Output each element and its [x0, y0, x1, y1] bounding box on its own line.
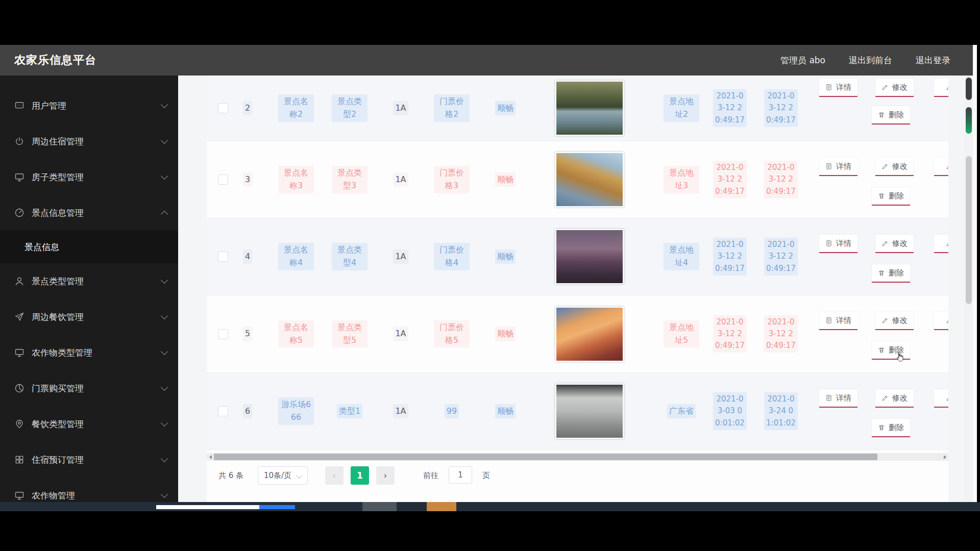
logout-link[interactable]: 退出登录	[916, 55, 950, 66]
extra-action-button[interactable]	[934, 235, 948, 253]
power-icon	[13, 135, 26, 147]
updated-time: 2021-03-12 20:49:17	[764, 161, 798, 198]
edit-button[interactable]: 修改	[875, 312, 914, 330]
sidebar-item-dining-types[interactable]: 餐饮类型管理	[0, 406, 178, 442]
screen: 农家乐信息平台 管理员 abo 退出到前台 退出登录 用户管理 周边住宿管理 房…	[0, 0, 980, 551]
extra-action-button[interactable]	[934, 79, 948, 97]
delete-button[interactable]: 删除	[872, 419, 910, 437]
extra-action-button[interactable]	[934, 389, 948, 408]
scroll-left-arrow-icon[interactable]	[207, 453, 214, 461]
document-icon	[825, 163, 832, 170]
header-actions: 管理员 abo 退出到前台 退出登录	[780, 45, 950, 76]
ticket-price: 门票价格5	[434, 320, 470, 348]
progress-marker-gray	[362, 502, 397, 511]
sidebar-item-label: 景点信息管理	[32, 207, 84, 219]
total-count-label: 共 6 条	[218, 466, 243, 485]
scenic-address: 广东省	[667, 404, 696, 419]
row-checkbox[interactable]	[218, 406, 228, 416]
row-id: 6	[243, 404, 252, 419]
delete-button[interactable]: 删除	[872, 187, 910, 206]
current-page-button[interactable]: 1	[351, 466, 369, 485]
edit-button[interactable]: 修改	[875, 389, 914, 408]
extra-action-button[interactable]	[934, 312, 948, 330]
chevron-down-icon	[296, 472, 302, 478]
screen-right-letterbox	[977, 0, 980, 551]
scenic-address: 景点地址3	[664, 166, 699, 193]
vertical-scrollbar-thumb[interactable]	[966, 78, 972, 100]
sidebar-item-dining[interactable]: 周边餐饮管理	[0, 299, 178, 335]
sidebar-item-label: 农作物管理	[32, 490, 75, 502]
row-checkbox[interactable]	[218, 174, 228, 185]
page-size-value: 10条/页	[264, 471, 291, 481]
sidebar-subitem-label: 景点信息	[24, 241, 59, 253]
detail-button[interactable]: 详情	[819, 235, 857, 253]
sidebar-item-scenic-types[interactable]: 景点类型管理	[0, 263, 178, 299]
delete-button[interactable]: 删除	[872, 341, 910, 360]
edit-button[interactable]: 修改	[875, 235, 914, 253]
scenic-name: 景点名称5	[278, 320, 314, 348]
sidebar-subitem-scenic-info[interactable]: 景点信息	[0, 231, 178, 263]
scroll-right-arrow-icon[interactable]	[941, 453, 948, 461]
extra-action-button[interactable]	[934, 158, 948, 176]
delete-button[interactable]: 删除	[872, 106, 910, 124]
vertical-scrollbar-thumb[interactable]	[966, 156, 972, 304]
admin-user-label: 管理员 abo	[780, 55, 825, 66]
jump-prefix-label: 前往	[423, 466, 438, 485]
prev-page-button[interactable]: ‹	[325, 466, 344, 485]
created-time: 2021-03-12 20:49:17	[713, 238, 747, 276]
edit-button[interactable]: 修改	[875, 158, 914, 176]
horizontal-scrollbar[interactable]	[207, 453, 948, 461]
delete-button[interactable]: 删除	[872, 264, 910, 283]
chevron-down-icon	[161, 172, 168, 179]
horizontal-scrollbar-thumb[interactable]	[214, 454, 877, 460]
row-checkbox[interactable]	[218, 252, 228, 262]
pencil-icon	[946, 84, 948, 91]
status-text: 顺畅	[495, 101, 516, 116]
progress-played-segment	[156, 505, 259, 509]
sidebar-item-lodging[interactable]: 周边住宿管理	[0, 123, 178, 159]
pie-chart-icon	[13, 382, 26, 394]
page-jump-input[interactable]: 1	[449, 466, 472, 484]
sidebar-item-tickets[interactable]: 门票购买管理	[0, 370, 178, 406]
pencil-icon	[946, 317, 948, 324]
table-row: 2 景点名称2 景点类型2 1A 门票价格2 顺畅 景点地址2 2021-03-…	[207, 76, 948, 141]
table-row: 6 游乐场666 类型1 1A 99 顺畅 广东省 2021-03-03 00:…	[207, 373, 948, 450]
next-page-button[interactable]: ›	[376, 466, 395, 485]
sidebar-item-users[interactable]: 用户管理	[0, 88, 178, 123]
table-row: 5 景点名称5 景点类型5 1A 门票价格5 顺畅 景点地址5 2021-03-…	[207, 295, 948, 373]
sidebar-item-label: 用户管理	[32, 100, 66, 112]
sidebar-item-crop-types[interactable]: 农作物类型管理	[0, 335, 178, 370]
scroll-position-indicator[interactable]	[966, 107, 972, 134]
scenic-name: 景点名称2	[278, 94, 314, 122]
scenic-grade: 1A	[393, 327, 408, 341]
sidebar-item-scenic-info[interactable]: 景点信息管理	[0, 195, 178, 231]
page-size-select[interactable]: 10条/页	[258, 466, 308, 485]
map-pin-icon	[13, 418, 26, 430]
scenic-address: 景点地址5	[664, 320, 699, 348]
sidebar-item-label: 农作物类型管理	[32, 347, 92, 359]
detail-button[interactable]: 详情	[819, 389, 857, 408]
chevron-down-icon	[161, 347, 168, 355]
app-title: 农家乐信息平台	[14, 45, 96, 76]
row-checkbox[interactable]	[218, 329, 228, 339]
row-checkbox[interactable]	[218, 103, 228, 113]
edit-button[interactable]: 修改	[875, 79, 914, 97]
document-icon	[825, 317, 832, 324]
jump-suffix-label: 页	[482, 466, 490, 485]
scenic-photo	[555, 384, 624, 439]
chevron-down-icon	[161, 276, 168, 283]
detail-button[interactable]: 详情	[819, 312, 857, 330]
status-text: 顺畅	[495, 404, 516, 419]
detail-button[interactable]: 详情	[819, 79, 857, 97]
chat-icon	[13, 99, 26, 112]
updated-time: 2021-03-12 20:49:17	[764, 238, 798, 276]
exit-to-front-link[interactable]: 退出到前台	[849, 55, 892, 66]
detail-button[interactable]: 详情	[819, 158, 857, 176]
status-text: 顺畅	[495, 327, 516, 341]
document-icon	[825, 394, 832, 402]
sidebar-item-house-types[interactable]: 房子类型管理	[0, 159, 178, 195]
sidebar-item-bookings[interactable]: 住宿预订管理	[0, 442, 178, 478]
chevron-down-icon	[161, 455, 168, 462]
monitor-icon	[13, 489, 26, 502]
scenic-type: 类型1	[337, 404, 362, 419]
